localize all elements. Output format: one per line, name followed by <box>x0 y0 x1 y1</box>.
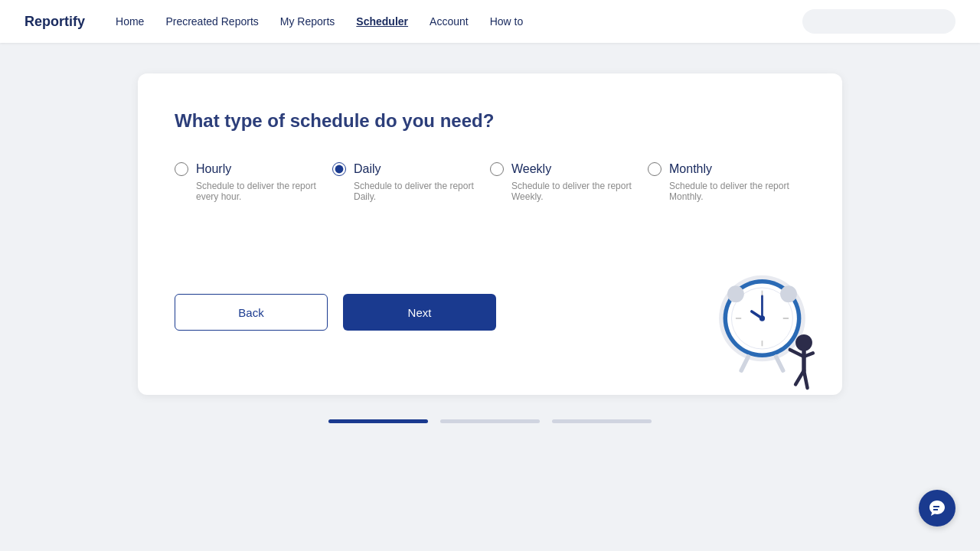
svg-line-14 <box>776 357 783 370</box>
nav-home[interactable]: Home <box>116 15 144 28</box>
card-title: What type of schedule do you need? <box>175 110 805 132</box>
navbar: Reportify Home Precreated Reports My Rep… <box>0 0 980 43</box>
svg-line-13 <box>741 357 748 370</box>
back-button[interactable]: Back <box>175 294 328 331</box>
option-daily-label: Daily <box>354 162 381 176</box>
nav-scheduler[interactable]: Scheduler <box>356 15 408 28</box>
button-row: Back Next <box>175 294 805 331</box>
nav-precreated-reports[interactable]: Precreated Reports <box>165 15 258 28</box>
progress-step-1 <box>328 419 428 423</box>
option-hourly[interactable]: Hourly Schedule to deliver the report ev… <box>175 162 332 202</box>
option-weekly-label: Weekly <box>511 162 551 176</box>
radio-weekly[interactable] <box>490 162 504 176</box>
option-daily[interactable]: Daily Schedule to deliver the report Dai… <box>332 162 490 202</box>
search-area <box>802 9 956 34</box>
schedule-card: What type of schedule do you need? Hourl… <box>138 73 842 395</box>
option-weekly[interactable]: Weekly Schedule to deliver the report We… <box>490 162 648 202</box>
radio-daily[interactable] <box>332 162 346 176</box>
svg-point-15 <box>795 334 812 351</box>
svg-line-20 <box>804 370 808 388</box>
progress-bar-row <box>0 419 980 423</box>
nav-account[interactable]: Account <box>430 15 469 28</box>
main-content: What type of schedule do you need? Hourl… <box>0 43 980 395</box>
options-row: Hourly Schedule to deliver the report ev… <box>175 162 805 202</box>
option-monthly-desc: Schedule to deliver the report Monthly. <box>648 181 805 202</box>
option-monthly[interactable]: Monthly Schedule to deliver the report M… <box>648 162 805 202</box>
chat-button[interactable] <box>919 490 956 527</box>
option-monthly-header: Monthly <box>648 162 805 176</box>
progress-step-3 <box>552 419 652 423</box>
brand-logo: Reportify <box>24 14 85 30</box>
next-button[interactable]: Next <box>343 294 496 331</box>
option-weekly-header: Weekly <box>490 162 648 176</box>
option-hourly-label: Hourly <box>196 162 231 176</box>
nav-how-to[interactable]: How to <box>490 15 524 28</box>
option-daily-desc: Schedule to deliver the report Daily. <box>332 181 490 202</box>
radio-monthly[interactable] <box>648 162 662 176</box>
option-weekly-desc: Schedule to deliver the report Weekly. <box>490 181 648 202</box>
radio-hourly[interactable] <box>175 162 188 176</box>
option-daily-header: Daily <box>332 162 490 176</box>
progress-step-2 <box>440 419 540 423</box>
nav-my-reports[interactable]: My Reports <box>280 15 335 28</box>
chat-icon <box>928 499 946 517</box>
option-monthly-label: Monthly <box>669 162 712 176</box>
nav-links: Home Precreated Reports My Reports Sched… <box>116 15 523 28</box>
option-hourly-header: Hourly <box>175 162 332 176</box>
option-hourly-desc: Schedule to deliver the report every hou… <box>175 181 332 202</box>
